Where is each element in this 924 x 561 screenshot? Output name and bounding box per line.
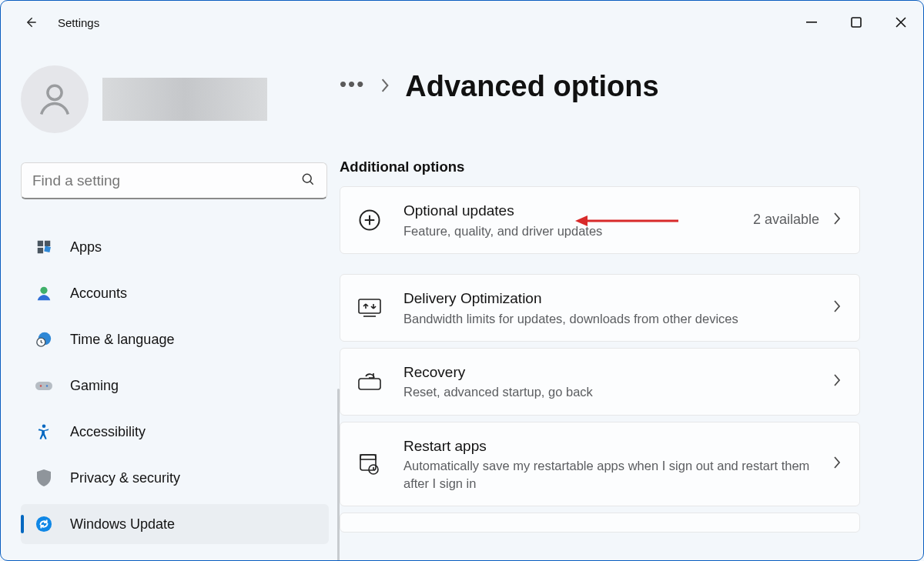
window-title: Settings: [58, 16, 99, 29]
svg-rect-11: [35, 382, 52, 390]
svg-point-12: [40, 385, 42, 386]
sidebar-item-label: Apps: [70, 239, 102, 255]
svg-rect-1: [852, 18, 861, 27]
svg-point-8: [40, 287, 47, 294]
card-subtitle: Reset, advanced startup, go back: [403, 383, 815, 400]
card-partial[interactable]: [340, 513, 860, 533]
chevron-right-icon: [833, 374, 841, 389]
chevron-right-icon: [380, 78, 390, 95]
plus-circle-icon: [354, 209, 385, 232]
user-block[interactable]: [21, 65, 329, 133]
svg-rect-5: [45, 241, 50, 246]
svg-rect-6: [38, 248, 43, 253]
sidebar-item-windows-update[interactable]: Windows Update: [21, 504, 329, 544]
svg-point-13: [46, 385, 48, 386]
chevron-right-icon: [833, 456, 841, 472]
svg-point-14: [42, 424, 46, 428]
sidebar-item-label: Accessibility: [70, 424, 146, 440]
page-title: Advanced options: [405, 70, 658, 103]
shield-icon: [35, 469, 53, 487]
apps-icon: [35, 238, 53, 256]
sidebar-item-label: Privacy & security: [70, 470, 180, 486]
windows-update-icon: [35, 515, 53, 533]
search-icon: [300, 172, 316, 190]
card-title: Optional updates: [403, 201, 735, 221]
main-content: ••• Advanced options Additional options …: [340, 44, 923, 560]
titlebar: Settings: [1, 1, 923, 44]
sidebar-item-label: Accounts: [70, 286, 127, 302]
minimize-button[interactable]: [789, 7, 834, 38]
search-box[interactable]: [21, 162, 327, 199]
sidebar-item-label: Time & language: [70, 332, 174, 348]
svg-rect-20: [360, 455, 376, 459]
sidebar-nav: Apps Accounts Time & language: [21, 227, 329, 544]
gaming-icon: [35, 376, 53, 395]
delivery-optimization-icon: [354, 298, 385, 318]
card-subtitle: Feature, quality, and driver updates: [403, 222, 735, 239]
svg-rect-18: [359, 379, 380, 389]
section-header: Additional options: [340, 159, 896, 175]
card-subtitle: Bandwidth limits for updates, downloads …: [403, 310, 815, 327]
svg-point-2: [48, 85, 62, 99]
recovery-icon: [354, 371, 385, 392]
chevron-right-icon: [833, 212, 841, 228]
card-restart-apps[interactable]: Restart apps Automatically save my resta…: [340, 422, 860, 506]
restart-apps-icon: [354, 452, 385, 476]
sidebar-item-gaming[interactable]: Gaming: [21, 366, 329, 406]
sidebar-item-apps[interactable]: Apps: [21, 227, 329, 267]
maximize-button[interactable]: [834, 7, 879, 38]
breadcrumb-ellipsis[interactable]: •••: [340, 74, 365, 100]
sidebar-item-label: Windows Update: [70, 516, 175, 533]
svg-rect-17: [359, 299, 380, 313]
avatar: [21, 65, 89, 133]
close-button[interactable]: [879, 7, 923, 38]
card-trail-text: 2 available: [753, 212, 819, 228]
sidebar-item-accounts[interactable]: Accounts: [21, 273, 329, 313]
card-optional-updates[interactable]: Optional updates Feature, quality, and d…: [340, 186, 860, 254]
user-name: [102, 78, 267, 121]
card-subtitle: Automatically save my restartable apps w…: [403, 457, 815, 492]
sidebar-item-time-language[interactable]: Time & language: [21, 319, 329, 359]
time-language-icon: [35, 330, 53, 349]
svg-point-15: [36, 516, 52, 532]
sidebar-item-accessibility[interactable]: Accessibility: [21, 412, 329, 452]
card-recovery[interactable]: Recovery Reset, advanced startup, go bac…: [340, 348, 860, 416]
card-title: Recovery: [403, 362, 815, 382]
search-input[interactable]: [32, 172, 300, 189]
svg-rect-0: [806, 22, 817, 23]
svg-rect-7: [44, 245, 51, 252]
accounts-icon: [35, 284, 53, 302]
card-delivery-optimization[interactable]: Delivery Optimization Bandwidth limits f…: [340, 274, 860, 342]
card-title: Delivery Optimization: [403, 289, 815, 309]
chevron-right-icon: [833, 300, 841, 316]
accessibility-icon: [35, 422, 53, 441]
sidebar-item-privacy-security[interactable]: Privacy & security: [21, 458, 329, 498]
svg-point-3: [303, 174, 311, 182]
svg-rect-4: [38, 241, 43, 246]
breadcrumb: ••• Advanced options: [340, 70, 896, 103]
card-title: Restart apps: [403, 436, 815, 456]
window-controls: [789, 7, 923, 38]
back-button[interactable]: [18, 9, 44, 35]
sidebar: Apps Accounts Time & language: [1, 44, 340, 560]
sidebar-item-label: Gaming: [70, 378, 119, 394]
